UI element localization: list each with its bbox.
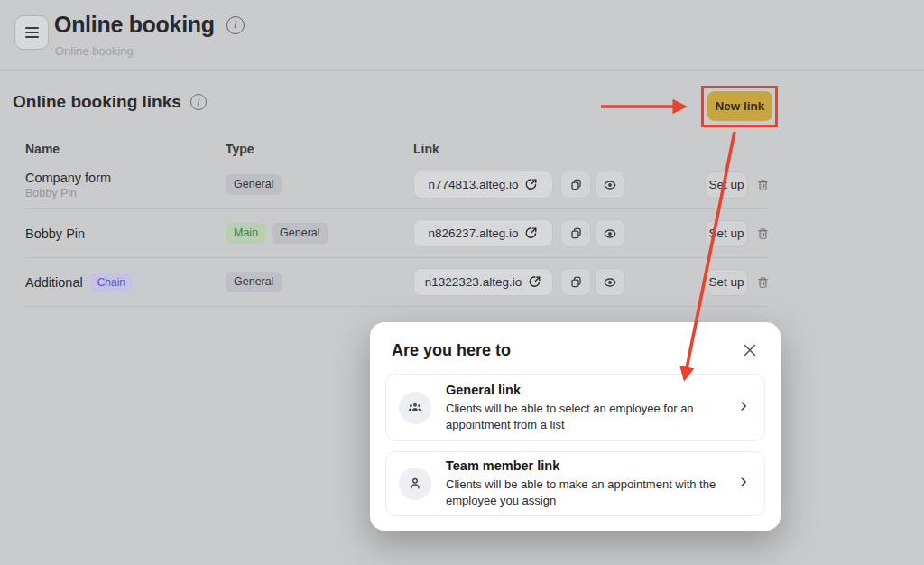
copy-link-button[interactable] — [560, 171, 591, 199]
section-title: Online booking links — [13, 92, 181, 112]
booking-link-pill[interactable]: n826237.alteg.io — [413, 219, 553, 247]
chain-badge: Chain — [90, 273, 133, 292]
hamburger-icon — [25, 27, 39, 29]
info-icon[interactable]: i — [226, 16, 245, 34]
hamburger-icon — [25, 36, 39, 38]
column-header-type: Type — [226, 142, 413, 156]
eye-icon — [603, 275, 617, 290]
copy-icon — [569, 178, 583, 191]
preview-link-button[interactable] — [595, 219, 625, 247]
type-badge-general: General — [226, 272, 282, 292]
person-icon — [399, 468, 431, 500]
trash-icon — [756, 178, 770, 192]
hamburger-icon — [25, 32, 39, 33]
option-title: Team member link — [446, 458, 723, 473]
link-name: Additional — [25, 275, 83, 290]
link-type-modal: Are you here to General link Clients wil — [370, 322, 781, 531]
set-up-button[interactable]: Set up — [705, 171, 748, 199]
set-up-button[interactable]: Set up — [705, 269, 748, 296]
copy-link-button[interactable] — [560, 219, 591, 247]
trash-icon — [756, 275, 770, 290]
page-title: Online booking — [54, 12, 215, 38]
booking-link-pill[interactable]: n774813.alteg.io — [413, 171, 553, 199]
top-bar: Online booking i Online booking — [0, 0, 924, 71]
table-row: Additional Chain General n1322323.alteg.… — [25, 258, 770, 307]
option-description: Clients will be able to select an employ… — [446, 401, 723, 433]
link-url: n1322323.alteg.io — [425, 275, 522, 289]
copy-icon — [569, 275, 583, 289]
hamburger-menu-button[interactable] — [14, 15, 49, 50]
set-up-button[interactable]: Set up — [705, 220, 748, 247]
type-badge-main: Main — [226, 223, 266, 244]
breadcrumb: Online booking — [55, 44, 134, 58]
table-row: Bobby Pin Main General n826237.alteg.io — [25, 209, 770, 258]
option-title: General link — [446, 383, 723, 397]
close-icon — [741, 341, 759, 359]
general-link-option[interactable]: General link Clients will be able to sel… — [385, 374, 765, 441]
table-row: Company form Bobby Pin General n774813.a… — [25, 161, 770, 209]
info-icon[interactable]: i — [190, 94, 207, 110]
copy-link-button[interactable] — [560, 268, 591, 296]
booking-links-table: Name Type Link Company form Bobby Pin Ge… — [25, 137, 770, 307]
trash-icon — [756, 227, 770, 241]
preview-link-button[interactable] — [595, 268, 625, 296]
external-link-icon — [528, 275, 541, 289]
external-link-icon — [524, 227, 538, 240]
annotation-highlight-box — [701, 86, 778, 127]
column-header-link: Link — [413, 142, 770, 156]
modal-title: Are you here to — [392, 341, 511, 360]
table-header-row: Name Type Link — [25, 137, 770, 161]
eye-icon — [603, 227, 617, 241]
link-name: Bobby Pin — [25, 227, 226, 241]
booking-link-pill[interactable]: n1322323.alteg.io — [413, 268, 553, 296]
column-header-name: Name — [25, 142, 226, 156]
delete-link-button[interactable] — [755, 227, 770, 241]
type-badge-general: General — [272, 223, 328, 244]
team-member-link-option[interactable]: Team member link Clients will be able to… — [385, 451, 765, 516]
option-description: Clients will be able to make an appointm… — [446, 477, 723, 509]
type-badge-general: General — [226, 174, 282, 195]
link-url: n826237.alteg.io — [429, 227, 519, 240]
chevron-right-icon — [737, 400, 750, 416]
link-name: Company form — [25, 171, 226, 185]
link-url: n774813.alteg.io — [429, 178, 519, 191]
preview-link-button[interactable] — [595, 171, 625, 199]
external-link-icon — [524, 178, 538, 191]
online-booking-page: Online booking i Online booking Online b… — [0, 0, 924, 565]
people-group-icon — [399, 392, 431, 424]
delete-link-button[interactable] — [755, 178, 770, 192]
eye-icon — [603, 178, 617, 192]
delete-link-button[interactable] — [755, 275, 770, 290]
chevron-right-icon — [737, 476, 750, 492]
link-subtitle: Bobby Pin — [25, 187, 226, 199]
copy-icon — [569, 227, 583, 240]
close-button[interactable] — [739, 339, 761, 361]
